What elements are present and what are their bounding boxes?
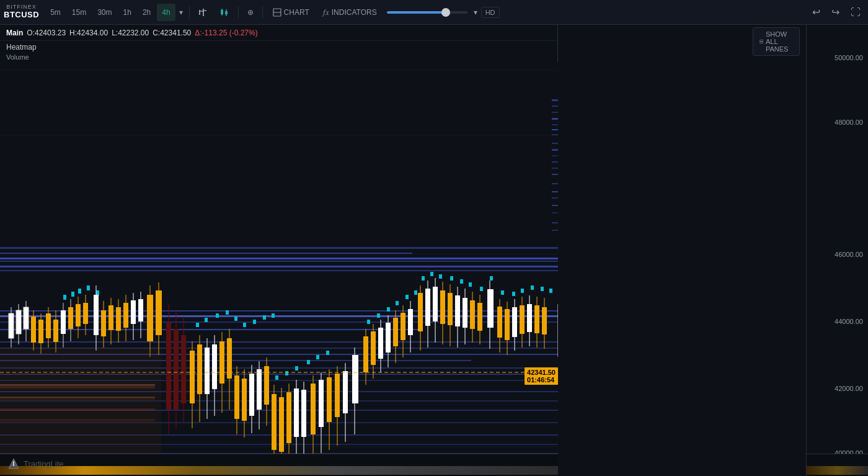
svg-rect-223 <box>527 304 532 332</box>
svg-rect-173 <box>326 351 329 355</box>
price-tick-42000: 42000.00 <box>835 385 863 392</box>
svg-rect-144 <box>263 315 266 320</box>
price-tick-50000: 50000.00 <box>835 54 863 61</box>
svg-rect-221 <box>520 305 525 334</box>
svg-rect-201 <box>440 290 445 324</box>
svg-rect-35 <box>552 212 558 213</box>
svg-rect-240 <box>541 287 544 291</box>
tf-2h[interactable]: 2h <box>138 4 156 21</box>
price-tick-44000: 44000.00 <box>835 318 863 325</box>
svg-rect-163 <box>335 374 340 417</box>
svg-rect-234 <box>480 287 483 291</box>
svg-rect-188 <box>367 320 370 324</box>
svg-rect-238 <box>521 289 524 293</box>
svg-rect-36 <box>552 222 558 223</box>
chart-main-label: Main <box>6 29 23 37</box>
replay-expand[interactable]: ▾ <box>471 4 480 21</box>
svg-rect-118 <box>197 344 202 394</box>
sep1 <box>189 6 190 19</box>
price-delta: Δ:-113.25 (-0.27%) <box>195 29 257 37</box>
undo-btn[interactable]: ↩ <box>808 4 824 20</box>
svg-rect-177 <box>371 331 376 365</box>
svg-rect-153 <box>294 388 299 437</box>
svg-rect-124 <box>219 341 224 384</box>
svg-rect-128 <box>234 375 239 419</box>
svg-rect-33 <box>552 197 558 199</box>
svg-rect-203 <box>448 293 453 325</box>
svg-rect-92 <box>94 295 99 335</box>
hd-btn[interactable]: HD <box>481 7 500 18</box>
chart-label: CHART <box>284 8 309 17</box>
sep3 <box>262 6 263 19</box>
svg-rect-22 <box>552 124 558 125</box>
tf-expand[interactable]: ▾ <box>177 4 185 21</box>
svg-rect-122 <box>212 344 217 389</box>
svg-rect-69 <box>24 307 29 329</box>
scale-volume-bar <box>807 466 868 475</box>
chart-mode-btn[interactable]: CHART <box>267 6 316 19</box>
svg-rect-100 <box>123 303 128 328</box>
svg-rect-73 <box>38 320 43 343</box>
svg-rect-205 <box>455 295 460 326</box>
svg-rect-86 <box>63 295 66 300</box>
svg-rect-139 <box>216 313 219 318</box>
svg-rect-197 <box>425 289 430 326</box>
svg-rect-185 <box>401 313 405 340</box>
svg-rect-110 <box>166 323 171 410</box>
redo-btn[interactable]: ↪ <box>828 4 843 20</box>
tf-1h[interactable]: 1h <box>118 4 136 21</box>
chart-type-bar[interactable] <box>193 4 213 21</box>
svg-rect-189 <box>377 313 380 318</box>
replay-slider[interactable] <box>387 11 467 14</box>
svg-rect-112 <box>174 329 179 410</box>
toolbar-right: ↩ ↪ ⛶ <box>808 4 864 20</box>
svg-rect-140 <box>226 310 229 315</box>
svg-rect-209 <box>470 300 475 329</box>
chart-container: Main O:42403.23 H:42434.00 L:42232.00 C:… <box>0 25 868 476</box>
svg-rect-170 <box>295 366 298 370</box>
svg-rect-237 <box>512 292 515 296</box>
tf-5m[interactable]: 5m <box>45 4 66 21</box>
svg-rect-219 <box>512 307 517 337</box>
price-close: C:42341.50 <box>153 29 191 37</box>
svg-rect-183 <box>393 318 398 346</box>
crosshair-btn[interactable]: ⊕ <box>242 4 259 21</box>
svg-rect-48 <box>0 341 558 343</box>
svg-rect-165 <box>343 371 348 413</box>
fullscreen-btn[interactable]: ⛶ <box>847 4 864 20</box>
svg-rect-207 <box>463 298 467 328</box>
svg-rect-181 <box>386 323 391 353</box>
svg-rect-256 <box>760 42 763 43</box>
tf-30m[interactable]: 30m <box>92 4 117 21</box>
svg-rect-85 <box>83 303 88 324</box>
indicator-heatmap[interactable]: Heatmap <box>6 42 551 52</box>
tf-4h[interactable]: 4h <box>157 4 175 21</box>
tf-15m[interactable]: 15m <box>67 4 91 21</box>
svg-rect-252 <box>0 348 161 472</box>
svg-rect-229 <box>430 272 433 276</box>
svg-rect-20 <box>552 112 558 113</box>
svg-rect-108 <box>156 290 162 335</box>
svg-rect-171 <box>307 360 310 364</box>
svg-rect-190 <box>387 307 390 312</box>
svg-rect-104 <box>138 299 143 321</box>
replay-thumb <box>441 8 450 17</box>
svg-rect-89 <box>87 285 90 290</box>
svg-rect-141 <box>234 317 237 321</box>
svg-rect-102 <box>131 300 136 324</box>
svg-rect-193 <box>414 290 417 295</box>
svg-rect-159 <box>319 380 324 427</box>
current-price-label: 42341.50 01:46:54 <box>525 367 558 385</box>
trading-lite-logo: TradingLite <box>7 457 64 470</box>
svg-rect-161 <box>327 377 332 422</box>
brand: BITFINEX BTCUSD <box>4 4 39 19</box>
indicator-volume[interactable]: Volume <box>6 53 551 61</box>
indicators-btn[interactable]: 𝑓𝑥 INDICATORS <box>317 5 383 20</box>
left-panel: Main O:42403.23 H:42434.00 L:42232.00 C:… <box>0 25 558 476</box>
chart-canvas[interactable]: 42341.50 01:46:54 <box>0 62 558 476</box>
svg-rect-149 <box>279 397 284 452</box>
svg-rect-28 <box>552 161 558 163</box>
chart-type-candle[interactable] <box>215 4 234 21</box>
show-all-panes-btn[interactable]: SHOW ALL PANES <box>753 27 800 56</box>
svg-rect-231 <box>450 276 453 281</box>
